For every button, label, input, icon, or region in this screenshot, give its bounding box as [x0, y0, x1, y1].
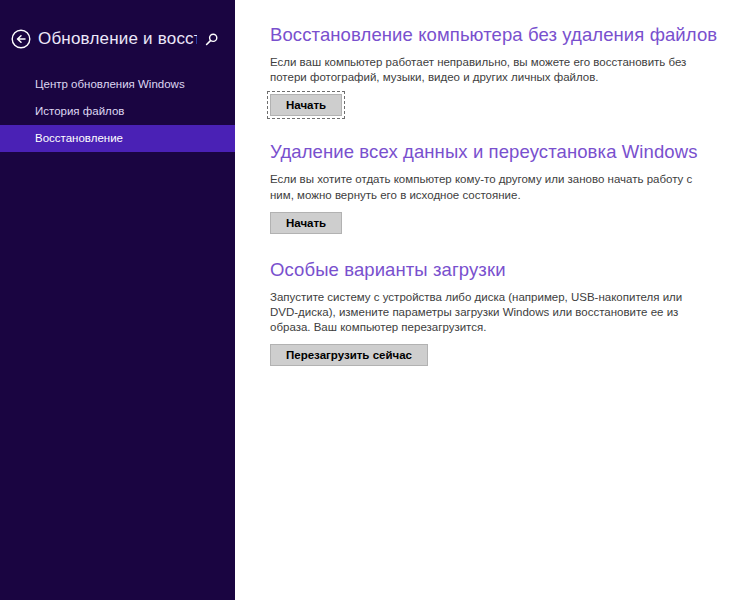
content-area: Восстановление компьютера без удаления ф…: [235, 0, 750, 600]
sidebar-item-file-history[interactable]: История файлов: [0, 98, 235, 125]
sidebar-menu: Центр обновления Windows История файлов …: [0, 71, 235, 152]
section-refresh-pc: Восстановление компьютера без удаления ф…: [270, 24, 730, 116]
sidebar: Обновление и восстан... Центр обновления…: [0, 0, 235, 600]
section-heading: Удаление всех данных и переустановка Win…: [270, 141, 730, 163]
restart-now-button[interactable]: Перезагрузить сейчас: [270, 344, 428, 366]
refresh-start-button[interactable]: Начать: [270, 94, 342, 116]
pc-settings-window: Обновление и восстан... Центр обновления…: [0, 0, 750, 600]
sidebar-header: Обновление и восстан...: [0, 0, 235, 49]
section-heading: Восстановление компьютера без удаления ф…: [270, 24, 730, 46]
back-button[interactable]: [11, 29, 31, 49]
section-description: Если ваш компьютер работает неправильно,…: [270, 55, 700, 85]
section-heading: Особые варианты загрузки: [270, 259, 730, 281]
reset-start-button[interactable]: Начать: [270, 212, 342, 234]
section-description: Запустите систему с устройства либо диск…: [270, 290, 700, 336]
section-reset-pc: Удаление всех данных и переустановка Win…: [270, 141, 730, 233]
search-button[interactable]: [205, 32, 219, 46]
section-advanced-startup: Особые варианты загрузки Запустите систе…: [270, 259, 730, 367]
back-arrow-icon: [11, 29, 31, 49]
page-title: Обновление и восстан...: [38, 29, 197, 49]
sidebar-item-recovery[interactable]: Восстановление: [0, 125, 235, 152]
section-description: Если вы хотите отдать компьютер кому-то …: [270, 172, 700, 202]
sidebar-item-windows-update[interactable]: Центр обновления Windows: [0, 71, 235, 98]
search-icon: [205, 32, 219, 46]
